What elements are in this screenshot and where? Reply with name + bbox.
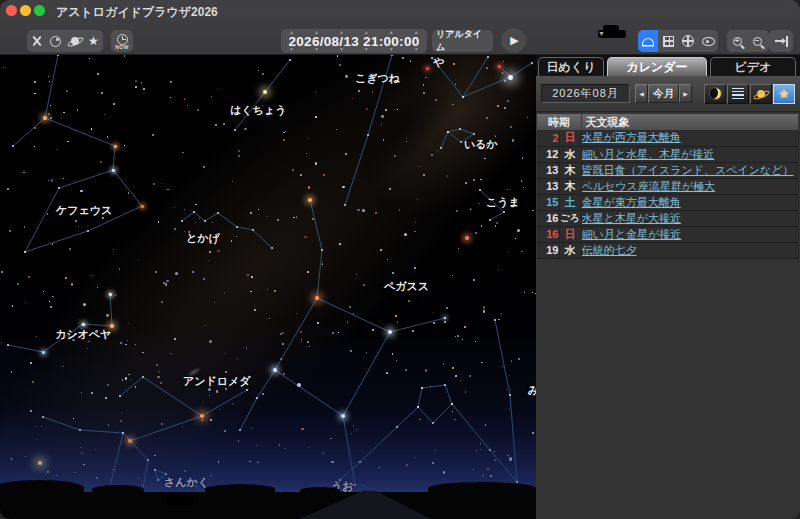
zoom-out-button[interactable]: − bbox=[747, 30, 767, 52]
event-link[interactable]: 細い月と金星が接近 bbox=[582, 228, 682, 240]
star bbox=[47, 471, 49, 473]
star-display-button[interactable]: ★ bbox=[84, 30, 103, 52]
star bbox=[453, 63, 455, 65]
eye-button[interactable] bbox=[698, 30, 718, 52]
star bbox=[202, 419, 204, 421]
star bbox=[430, 386, 431, 387]
star bbox=[507, 455, 508, 456]
star bbox=[250, 291, 252, 293]
star bbox=[170, 97, 171, 98]
star bbox=[48, 113, 50, 115]
star bbox=[122, 432, 124, 434]
star bbox=[250, 212, 252, 214]
star bbox=[17, 283, 19, 285]
star bbox=[366, 108, 368, 110]
minimize-button[interactable] bbox=[20, 5, 31, 16]
event-link[interactable]: 水星が西方最大離角 bbox=[582, 131, 681, 143]
star bbox=[521, 180, 522, 181]
now-button[interactable]: NOW bbox=[111, 30, 133, 52]
star bbox=[531, 62, 533, 64]
time-mode-dropdown[interactable]: リアルタイム ▼ bbox=[432, 30, 493, 52]
event-link[interactable]: ペルセウス座流星群が極大 bbox=[582, 180, 716, 192]
star bbox=[455, 84, 456, 85]
star bbox=[181, 220, 183, 222]
star bbox=[279, 444, 281, 446]
event-link[interactable]: 細い月と水星、木星が接近 bbox=[582, 148, 715, 160]
star bbox=[497, 105, 499, 107]
tab-video[interactable]: ビデオ bbox=[710, 57, 796, 76]
next-month-button[interactable]: ▶ bbox=[679, 84, 692, 103]
window-chrome: アストロガイドブラウザ2026 ★ NOW ▲▲▲▲▲▲ 2026/08/13 … bbox=[0, 0, 800, 55]
star bbox=[349, 306, 351, 308]
star bbox=[301, 428, 303, 430]
zoom-in-button[interactable]: + bbox=[727, 30, 747, 52]
star bbox=[174, 207, 175, 208]
filter-list-button[interactable] bbox=[727, 84, 749, 104]
star bbox=[315, 116, 317, 118]
column-header-phenomenon: 天文現象 bbox=[581, 114, 799, 130]
compass-button[interactable] bbox=[678, 30, 698, 52]
star bbox=[274, 290, 276, 292]
dome-view-icon bbox=[642, 38, 654, 45]
star bbox=[452, 104, 453, 105]
this-month-button[interactable]: 今月 bbox=[648, 84, 679, 103]
close-button[interactable] bbox=[6, 5, 17, 16]
filter-planet-button[interactable] bbox=[750, 84, 772, 104]
star bbox=[225, 353, 226, 354]
star bbox=[518, 358, 520, 360]
star bbox=[273, 368, 277, 372]
dome-view-button[interactable] bbox=[638, 30, 658, 52]
star bbox=[224, 292, 225, 293]
event-day: 13 bbox=[537, 162, 559, 178]
star bbox=[412, 330, 414, 332]
star bbox=[350, 350, 352, 352]
filter-moon-button[interactable] bbox=[704, 84, 726, 104]
star bbox=[141, 484, 142, 485]
star bbox=[271, 247, 273, 249]
star bbox=[469, 375, 471, 377]
filter-star-button[interactable]: ★ bbox=[773, 84, 795, 104]
star bbox=[414, 231, 416, 233]
star bbox=[120, 420, 122, 422]
star bbox=[308, 138, 309, 139]
star bbox=[426, 67, 429, 70]
star bbox=[502, 366, 503, 367]
planet-button[interactable] bbox=[65, 30, 84, 52]
star bbox=[87, 348, 88, 349]
event-link[interactable]: 伝統的七夕 bbox=[582, 244, 637, 256]
grid-view-button[interactable] bbox=[658, 30, 678, 52]
event-row: 19水伝統的七夕 bbox=[537, 242, 799, 258]
saturn-icon bbox=[757, 90, 765, 98]
play-button[interactable]: ▶ bbox=[501, 28, 526, 53]
deep-sky-button[interactable] bbox=[46, 30, 65, 52]
star bbox=[523, 187, 524, 188]
tools-button[interactable] bbox=[27, 30, 46, 52]
prev-month-button[interactable]: ◀ bbox=[635, 84, 648, 103]
star bbox=[421, 387, 423, 389]
tools-icon bbox=[30, 34, 44, 48]
star-map[interactable]: やこぎつねはくちょういるかこうまケフェウスとかげペガススカシオペヤアンドロメダみ… bbox=[0, 55, 536, 519]
star bbox=[475, 232, 477, 234]
star bbox=[154, 469, 156, 471]
planet-icon bbox=[71, 37, 79, 45]
event-link[interactable]: 皆既日食（アイスランド、スペインなど） bbox=[582, 164, 794, 176]
datetime-control[interactable]: ▲▲▲▲▲▲ 2026/08/13 21:00:00 ▼▼▼▼▼▼ bbox=[281, 29, 427, 53]
star bbox=[251, 276, 252, 277]
event-link[interactable]: 金星が東方最大離角 bbox=[582, 196, 681, 208]
car-silhouette bbox=[166, 497, 194, 505]
play-icon: ▶ bbox=[510, 34, 518, 47]
maximize-button[interactable] bbox=[34, 5, 45, 16]
star bbox=[308, 198, 312, 202]
event-link[interactable]: 水星と木星が大接近 bbox=[582, 212, 682, 224]
event-weekday: 水 bbox=[559, 146, 581, 162]
tab-daily[interactable]: 日めくり bbox=[538, 57, 604, 76]
tab-calendar[interactable]: カレンダー bbox=[607, 57, 707, 76]
collapse-panel-button[interactable] bbox=[769, 30, 793, 52]
star bbox=[321, 249, 323, 251]
star bbox=[498, 65, 501, 68]
star bbox=[112, 169, 115, 172]
star bbox=[193, 211, 195, 213]
star bbox=[217, 212, 219, 214]
star bbox=[239, 429, 241, 431]
star bbox=[37, 439, 38, 440]
